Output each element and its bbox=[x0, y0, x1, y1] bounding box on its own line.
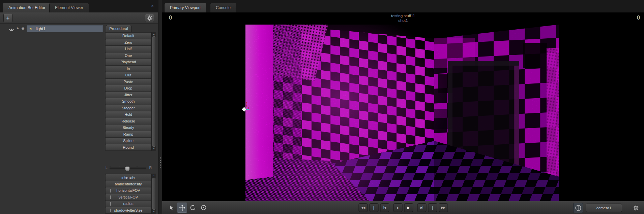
manipulator-tools bbox=[166, 203, 209, 213]
select-tool-button[interactable] bbox=[166, 203, 176, 213]
preset-button-stagger[interactable]: Stagger bbox=[106, 105, 151, 111]
attribute-row-ambient-intensity[interactable]: ambientIntensity bbox=[106, 181, 151, 187]
record-button[interactable]: ● bbox=[393, 203, 402, 212]
preset-button-half[interactable]: Half bbox=[106, 46, 151, 52]
trackball-icon bbox=[575, 205, 582, 211]
crosshair-icon[interactable]: ⊕ bbox=[21, 26, 25, 31]
animation-set-body: ▶ ⊕ ☀ light1 Procedural Default Zero Hal… bbox=[0, 24, 158, 214]
slider-tick bbox=[137, 166, 137, 167]
slider-left-label: L bbox=[106, 166, 108, 170]
rotate-tool-button[interactable] bbox=[188, 203, 198, 213]
attribute-row-radius[interactable]: radius bbox=[106, 201, 151, 207]
gear-icon bbox=[633, 205, 639, 211]
cursor-icon bbox=[169, 205, 174, 211]
preset-button-one[interactable]: One bbox=[106, 52, 151, 59]
fast-forward-button[interactable]: ▶▶ bbox=[439, 203, 448, 212]
tab-procedural[interactable]: Procedural bbox=[106, 25, 131, 32]
preset-button-zero[interactable]: Zero bbox=[106, 39, 151, 46]
next-frame-button[interactable]: ▶| bbox=[417, 203, 426, 212]
preset-button-spline[interactable]: Spline bbox=[106, 138, 151, 144]
rotate-icon bbox=[190, 205, 196, 211]
attribute-row-intensity[interactable]: intensity bbox=[106, 174, 151, 181]
attribute-row-shadow-filter-size[interactable]: shadowFilterSize bbox=[106, 207, 151, 214]
close-icon[interactable]: × bbox=[150, 3, 155, 9]
procedural-preset-list: Default Zero Half One Playhead In Out Pa… bbox=[105, 32, 152, 151]
falloff-slider: L R bbox=[105, 163, 152, 172]
slider-handle[interactable] bbox=[125, 166, 130, 171]
attribute-row-horizontal-fov[interactable]: horizontalFOV bbox=[106, 187, 151, 194]
preset-button-release[interactable]: Release bbox=[106, 118, 151, 124]
preset-button-jitter[interactable]: Jitter bbox=[106, 92, 151, 98]
expand-arrow-icon[interactable]: ▶ bbox=[17, 27, 19, 30]
tab-primary-viewport[interactable]: Primary Viewport bbox=[164, 3, 206, 12]
scroll-up-icon[interactable]: ▲ bbox=[152, 174, 156, 178]
scene-render bbox=[245, 25, 559, 201]
preset-button-drop[interactable]: Drop bbox=[106, 85, 151, 92]
rewind-button[interactable]: ◀◀ bbox=[358, 203, 368, 212]
session-title: testing stuff11 bbox=[162, 13, 644, 18]
move-icon bbox=[179, 205, 185, 211]
tab-element-viewer[interactable]: Element Viewer bbox=[49, 3, 89, 12]
frame-counter-left: 0 bbox=[169, 15, 172, 21]
preset-button-round[interactable]: Round bbox=[106, 144, 151, 151]
motion-trail-marker[interactable] bbox=[237, 102, 252, 117]
tab-label: Primary Viewport bbox=[170, 5, 201, 10]
sfm-window: Animation Set Editor Element Viewer × + … bbox=[0, 0, 644, 214]
preset-button-paste[interactable]: Paste bbox=[106, 79, 151, 85]
viewport-bottom-toolbar: ◀◀ [ |◀ ● ▶ ▶| ] ▶▶ camera1 bbox=[162, 201, 644, 214]
settings-gear-button[interactable] bbox=[145, 14, 154, 22]
panel-splitter[interactable] bbox=[158, 0, 162, 214]
eye-icon bbox=[9, 28, 14, 32]
camera-orbit-button[interactable] bbox=[573, 203, 583, 213]
tree-row-light1[interactable]: ▶ ⊕ ☀ light1 bbox=[0, 25, 103, 33]
preset-button-ramp[interactable]: Ramp bbox=[106, 131, 151, 138]
viewport-session-header: testing stuff11 shot1 bbox=[162, 13, 644, 23]
frame-counter-right: 0 bbox=[637, 15, 640, 21]
animation-set-toolbar: + bbox=[0, 12, 158, 24]
motion-trail-icon bbox=[237, 102, 252, 117]
slider-tick bbox=[110, 166, 110, 167]
tab-console[interactable]: Console bbox=[210, 3, 236, 12]
preset-button-smooth[interactable]: Smooth bbox=[106, 98, 151, 105]
move-tool-button[interactable] bbox=[177, 203, 187, 213]
slider-tick bbox=[119, 166, 119, 167]
scrollbar-thumb[interactable] bbox=[152, 36, 155, 147]
camera-selector[interactable]: camera1 bbox=[586, 204, 622, 212]
splitter-grip[interactable] bbox=[160, 157, 161, 168]
viewport-settings-button[interactable] bbox=[631, 203, 641, 213]
preset-button-out[interactable]: Out bbox=[106, 72, 151, 78]
primary-viewport[interactable]: testing stuff11 shot1 0 0 bbox=[162, 12, 644, 201]
preset-scrollbar[interactable]: ▲ ▼ bbox=[152, 32, 156, 151]
tab-label: Element Viewer bbox=[55, 5, 83, 10]
screen-tool-button[interactable] bbox=[199, 203, 209, 213]
preset-button-playhead[interactable]: Playhead bbox=[106, 59, 151, 65]
scroll-up-icon[interactable]: ▲ bbox=[152, 32, 156, 36]
attribute-row-vertical-fov[interactable]: verticalFOV bbox=[106, 194, 151, 201]
selection-highlight[interactable]: ☀ light1 bbox=[27, 25, 103, 32]
slider-track[interactable] bbox=[110, 168, 146, 169]
preset-button-default[interactable]: Default bbox=[106, 33, 151, 39]
gear-icon bbox=[147, 15, 153, 21]
slider-right-label: R bbox=[149, 166, 152, 170]
prev-clip-button[interactable]: [ bbox=[369, 203, 378, 212]
preset-button-hold[interactable]: Hold bbox=[106, 111, 151, 118]
add-animation-set-button[interactable]: + bbox=[3, 14, 12, 22]
viewport-tab-bar: Primary Viewport Console bbox=[162, 0, 644, 12]
tab-animation-set-editor[interactable]: Animation Set Editor bbox=[3, 3, 51, 12]
preset-button-steady[interactable]: Steady bbox=[106, 124, 151, 131]
visibility-eye-icon[interactable] bbox=[9, 27, 14, 33]
scroll-down-icon[interactable]: ▼ bbox=[152, 210, 156, 214]
slider-tick bbox=[146, 166, 146, 167]
attribute-scrollbar[interactable]: ▲ ▼ bbox=[152, 174, 156, 214]
next-clip-button[interactable]: ] bbox=[428, 203, 437, 212]
prev-frame-button[interactable]: |◀ bbox=[380, 203, 389, 212]
playback-transport: ◀◀ [ |◀ ● ▶ ▶| ] ▶▶ bbox=[358, 203, 448, 212]
screen-space-icon bbox=[201, 205, 207, 211]
light-icon: ☀ bbox=[29, 26, 33, 32]
rendered-3d-scene[interactable] bbox=[245, 25, 559, 201]
play-button[interactable]: ▶ bbox=[404, 203, 413, 212]
light-name-label: light1 bbox=[36, 27, 46, 31]
scrollbar-thumb[interactable] bbox=[152, 178, 155, 210]
scroll-down-icon[interactable]: ▼ bbox=[152, 147, 156, 151]
preset-button-in[interactable]: In bbox=[106, 66, 151, 72]
